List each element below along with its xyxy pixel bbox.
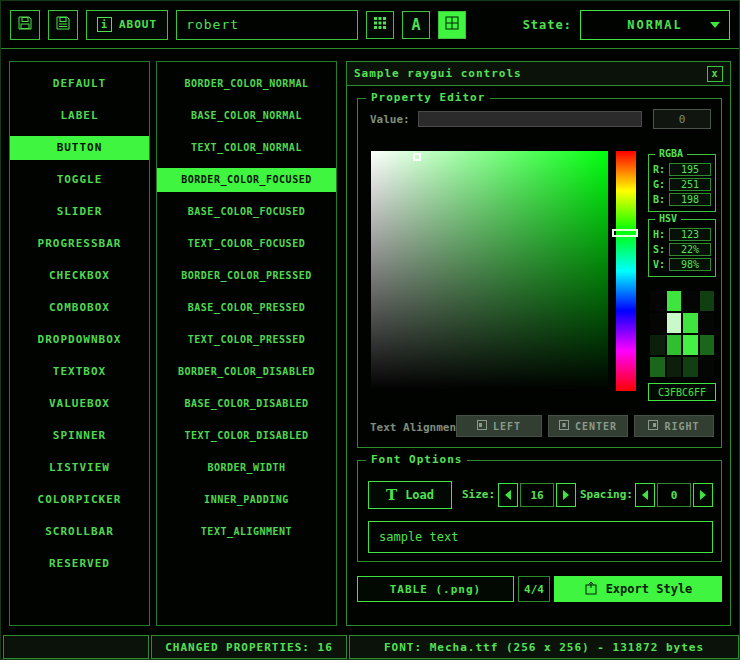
style-color-swatch[interactable] [700,335,715,355]
table-view-button[interactable] [438,11,466,39]
control-list-item[interactable]: DEFAULT [10,72,149,96]
sample-text-input[interactable]: sample text [368,521,713,553]
export-style-button[interactable]: Export Style [554,576,722,602]
control-list-item[interactable]: RESERVED [10,552,149,576]
control-list-item[interactable]: VALUEBOX [10,392,149,416]
hue-slider[interactable] [616,151,636,391]
blue-value-box[interactable]: 198 [669,193,711,206]
export-format-button[interactable]: TABLE (.png) [357,576,514,602]
window-titlebar[interactable]: Sample raygui controls x [347,62,730,86]
spacing-value-box[interactable]: 0 [657,483,691,507]
control-list-item-selected[interactable]: BUTTON [10,136,149,160]
font-view-button[interactable]: A [402,11,430,39]
style-color-swatch[interactable] [667,335,682,355]
style-name-input[interactable] [176,10,358,40]
style-color-swatch[interactable] [700,291,715,311]
align-center-button[interactable]: CENTER [548,415,628,437]
control-list-item[interactable]: PROGRESSBAR [10,232,149,256]
property-list-item[interactable]: TEXT_COLOR_FOCUSED [157,232,336,256]
spacing-increase-button[interactable] [693,483,713,507]
load-font-button[interactable]: T Load [368,481,452,509]
property-list-item[interactable]: BASE_COLOR_FOCUSED [157,200,336,224]
font-options-group: Font Options T Load Size: 16 Spacing: 0 … [357,460,722,562]
property-list-item[interactable]: BASE_COLOR_DISABLED [157,392,336,416]
align-right-icon [648,420,658,432]
style-color-swatch[interactable] [700,357,715,377]
export-style-label: Export Style [606,582,693,596]
control-list-item[interactable]: TOGGLE [10,168,149,192]
align-right-button[interactable]: RIGHT [634,415,714,437]
style-color-swatch[interactable] [683,313,698,333]
control-list-item[interactable]: LISTVIEW [10,456,149,480]
property-list-item[interactable]: TEXT_COLOR_PRESSED [157,328,336,352]
control-list-item[interactable]: SCROLLBAR [10,520,149,544]
text-alignment-label: Text Alignment [370,421,463,434]
spacing-decrease-button[interactable] [635,483,655,507]
property-list-item[interactable]: BORDER_WIDTH [157,456,336,480]
brightness-value-box[interactable]: 98% [669,258,711,271]
control-list-item[interactable]: COLORPICKER [10,488,149,512]
property-list-item[interactable]: BASE_COLOR_NORMAL [157,104,336,128]
align-center-label: CENTER [575,421,617,432]
style-color-swatch[interactable] [650,335,665,355]
save-style-button[interactable] [48,10,78,40]
size-increase-button[interactable] [556,483,576,507]
load-style-button[interactable] [10,10,40,40]
close-button[interactable]: x [707,66,723,82]
align-left-button[interactable]: LEFT [456,415,542,437]
property-list-item[interactable]: TEXT_ALIGNMENT [157,520,336,544]
control-list-item[interactable]: DROPDOWNBOX [10,328,149,352]
chevron-down-icon [710,22,720,28]
green-value-box[interactable]: 251 [669,178,711,191]
red-value-box[interactable]: 195 [669,163,711,176]
property-list-item[interactable]: TEXT_COLOR_NORMAL [157,136,336,160]
value-row: V: 98% [653,258,711,271]
align-left-label: LEFT [493,421,521,432]
hex-color-input[interactable]: C3FBC6FF [648,383,716,401]
value-box[interactable]: 0 [653,109,711,129]
style-color-swatch[interactable] [683,357,698,377]
control-list-item[interactable]: SLIDER [10,200,149,224]
style-color-swatch[interactable] [683,291,698,311]
control-list-item[interactable]: SPINNER [10,424,149,448]
statusbar-changed-properties: CHANGED PROPERTIES: 16 [151,635,347,659]
spacing-spinner: 0 [635,483,713,507]
property-list-item[interactable]: BASE_COLOR_PRESSED [157,296,336,320]
style-color-swatch[interactable] [700,313,715,333]
property-list-item[interactable]: BORDER_COLOR_NORMAL [157,72,336,96]
color-picker-panel[interactable] [371,151,608,391]
style-color-swatch[interactable] [667,313,682,333]
size-decrease-button[interactable] [498,483,518,507]
pages-value-box[interactable]: 4/4 [518,576,550,602]
hue-value-box[interactable]: 123 [669,228,711,241]
style-color-swatch[interactable] [650,313,665,333]
floppy-disk-icon [55,15,71,35]
property-list-item[interactable]: INNER_PADDING [157,488,336,512]
hsv-group: HSV H: 123 S: 22% V: 98% [648,219,716,277]
state-dropdown[interactable]: NORMAL [580,10,730,40]
control-list-item[interactable]: COMBOBOX [10,296,149,320]
size-label: Size: [462,488,495,501]
saturation-value-box[interactable]: 22% [669,243,711,256]
value-slider[interactable] [418,111,642,127]
style-color-swatch[interactable] [667,291,682,311]
style-color-swatch[interactable] [650,291,665,311]
property-list-item[interactable]: BORDER_COLOR_PRESSED [157,264,336,288]
control-list-item[interactable]: TEXTBOX [10,360,149,384]
controls-grid-view-button[interactable] [366,11,394,39]
control-list-item[interactable]: LABEL [10,104,149,128]
close-icon: x [711,69,718,79]
style-color-swatch[interactable] [650,357,665,377]
about-button[interactable]: i ABOUT [86,10,168,40]
spacing-label: Spacing: [580,488,633,501]
font-options-title: Font Options [366,453,467,466]
saturation-label: S: [653,244,665,255]
control-list-item[interactable]: CHECKBOX [10,264,149,288]
size-value-box[interactable]: 16 [520,483,554,507]
style-color-swatch[interactable] [667,357,682,377]
style-color-swatch[interactable] [683,335,698,355]
align-left-icon [477,420,487,432]
property-list-item[interactable]: BORDER_COLOR_DISABLED [157,360,336,384]
property-list-item-selected[interactable]: BORDER_COLOR_FOCUSED [157,168,336,192]
property-list-item[interactable]: TEXT_COLOR_DISABLED [157,424,336,448]
